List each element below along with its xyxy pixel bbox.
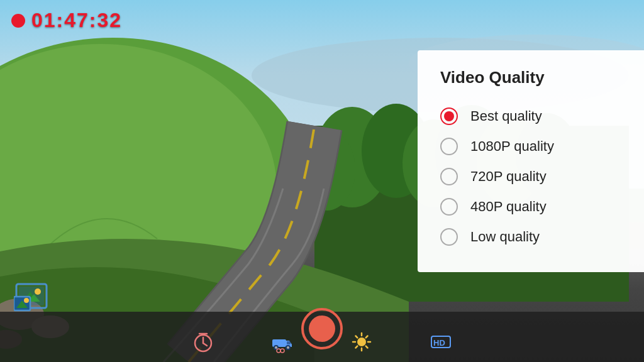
svg-line-44: [356, 346, 358, 348]
quality-label-low: Low quality: [470, 229, 540, 245]
quality-option-1080p[interactable]: 1080P quality: [440, 131, 621, 162]
video-quality-panel: Video Quality Best quality 1080P quality…: [418, 50, 644, 272]
quality-option-low[interactable]: Low quality: [440, 222, 621, 252]
hd-icon-wrap[interactable]: HD: [430, 331, 452, 353]
svg-line-43: [366, 336, 368, 338]
timer-icon: [192, 331, 214, 353]
vehicle-icon-wrap[interactable]: [271, 331, 294, 353]
quality-label-1080p: 1080P quality: [470, 138, 554, 155]
gallery-icon[interactable]: [14, 279, 50, 312]
svg-text:HD: HD: [433, 338, 445, 348]
svg-point-31: [275, 346, 277, 349]
radio-720p: [440, 168, 458, 185]
svg-line-26: [203, 343, 207, 346]
quality-label-best: Best quality: [470, 108, 542, 124]
radio-best-inner: [444, 111, 454, 121]
quality-option-720p[interactable]: 720P quality: [440, 162, 621, 192]
vehicle-icon: [271, 331, 294, 353]
sun-icon-wrap[interactable]: [350, 331, 373, 353]
sun-icon: [350, 331, 373, 353]
svg-point-23: [24, 298, 29, 303]
radio-480p: [440, 198, 458, 216]
quality-option-480p[interactable]: 480P quality: [440, 192, 621, 222]
hd-icon: HD: [430, 331, 452, 353]
recording-time: 01:47:32: [31, 9, 122, 32]
svg-line-41: [356, 336, 358, 338]
quality-label-480p: 480P quality: [470, 199, 547, 215]
timer-icon-wrap[interactable]: [192, 331, 214, 353]
radio-low: [440, 228, 458, 246]
svg-line-42: [366, 346, 368, 348]
svg-rect-29: [287, 341, 291, 344]
quality-option-best[interactable]: Best quality: [440, 101, 621, 131]
svg-point-35: [277, 349, 280, 353]
record-button[interactable]: [301, 308, 343, 349]
svg-point-36: [357, 337, 366, 346]
radio-best: [440, 107, 458, 125]
quality-panel-title: Video Quality: [440, 68, 621, 87]
svg-point-33: [287, 346, 289, 349]
recording-dot: [11, 14, 25, 28]
svg-point-34: [280, 349, 284, 353]
quality-label-720p: 720P quality: [470, 168, 547, 185]
radio-1080p: [440, 138, 458, 155]
recording-indicator: 01:47:32: [11, 9, 122, 32]
record-button-inner: [309, 315, 335, 342]
bottom-toolbar: HD: [0, 312, 644, 362]
svg-point-20: [35, 288, 41, 295]
